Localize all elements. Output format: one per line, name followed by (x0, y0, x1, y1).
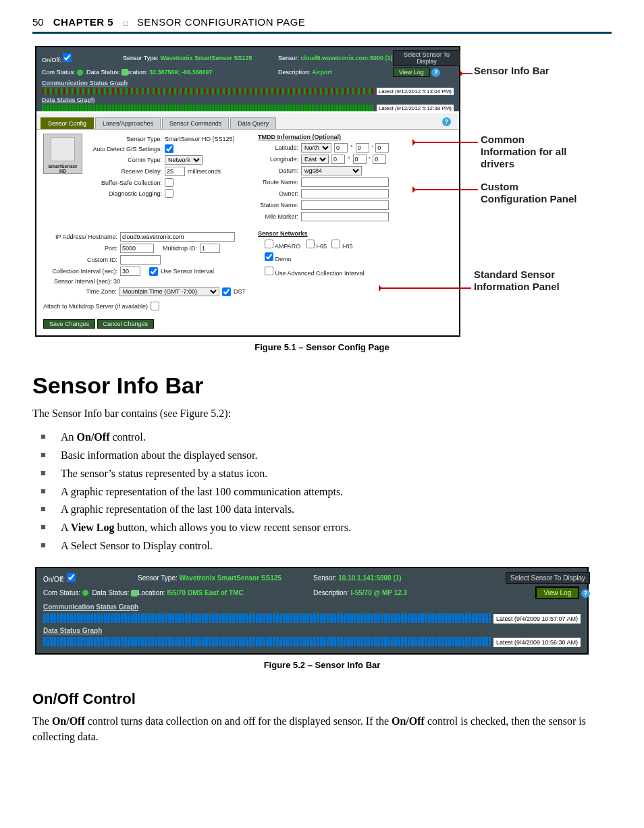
location: Location: I55/70 DMS East of TMC (138, 589, 313, 597)
network-i65-checkbox[interactable] (306, 240, 315, 248)
help-icon[interactable]: ? (581, 589, 590, 598)
list-item: A graphic representation of the last 100… (32, 501, 612, 518)
callout-custom-config: Custom Configuration Panel (481, 181, 582, 205)
intro-paragraph: The Sensor Info bar contains (see Figure… (32, 406, 612, 421)
advanced-collection-checkbox[interactable] (265, 267, 273, 275)
standard-info-panel: IP Address/ Hostname: Port: Multidrop ID… (43, 230, 246, 312)
network-i85-checkbox[interactable] (331, 240, 340, 248)
tab-bar: Sensor Config Lanes/Approaches Sensor Co… (36, 113, 459, 130)
sensor-type: Sensor Type: Wavetronix SmartSensor SS12… (123, 55, 278, 61)
port-input[interactable] (120, 244, 154, 253)
location: Location: 32.387569; -86.368697 (123, 69, 278, 76)
comm-graph-label: Communication Status Graph (42, 80, 454, 86)
network-amparo-checkbox[interactable] (265, 240, 273, 248)
data-status-icon (122, 69, 128, 76)
onoff-paragraph: The On/Off control turns data collection… (32, 713, 612, 744)
status-graphs: Communication Status Graph Latest (9/12/… (36, 78, 459, 111)
dst-checkbox[interactable] (222, 287, 231, 296)
lat-sec-input[interactable] (375, 143, 389, 153)
list-item: A View Log button, which allows you to v… (32, 520, 612, 536)
page-number: 50 (32, 16, 44, 28)
list-item: An On/Off control. (32, 429, 612, 446)
tab-query[interactable]: Data Query (230, 117, 276, 129)
network-demo-checkbox[interactable] (265, 252, 273, 261)
arrow-icon (413, 189, 478, 190)
callout-common-info: Common Information for all drivers (481, 134, 582, 170)
use-sensor-interval-checkbox[interactable] (149, 267, 158, 276)
help-icon[interactable]: ? (442, 117, 451, 126)
sensor-networks-title: Sensor Networks (258, 230, 452, 237)
view-log-button[interactable]: View Log (535, 586, 579, 599)
custom-id-input[interactable] (120, 255, 161, 265)
sensor-info-bar-panel: On/Off: Sensor Type: Wavetronix SmartSen… (35, 567, 589, 655)
data-status-graph (43, 637, 491, 646)
driver-common-panel: SmartSensor HD Sensor Type:SmartSensor H… (43, 134, 246, 223)
diagnostic-checkbox[interactable] (165, 189, 173, 198)
arrow-icon (460, 73, 473, 74)
figure-5-1-caption: Figure 5.1 – Sensor Config Page (32, 342, 612, 352)
sensor-type: Sensor Type: Wavetronix SmartSensor SS12… (138, 574, 313, 582)
select-sensor-button[interactable]: Select Sensor To Display (393, 50, 460, 66)
comm-status-graph (43, 613, 491, 623)
header-square-icon: □ (123, 19, 128, 27)
select-sensor-button[interactable]: Select Sensor To Display (506, 572, 590, 584)
ip-input[interactable] (120, 232, 235, 242)
data-graph-label: Data Status Graph (43, 627, 581, 634)
list-item: Basic information about the displayed se… (32, 447, 612, 464)
list-item: A Select Sensor to Display control. (32, 538, 612, 555)
receive-delay-input[interactable] (165, 167, 185, 176)
lat-min-input[interactable] (356, 143, 369, 153)
lat-deg-input[interactable] (334, 143, 348, 153)
save-button[interactable]: Save Changes (43, 319, 95, 329)
view-log-button[interactable]: View Log (393, 67, 430, 77)
onoff-control[interactable]: On/Off: (42, 53, 123, 63)
sensor-info-bar: On/Off: Sensor Type: Wavetronix SmartSen… (36, 47, 459, 78)
onoff-control[interactable]: On/Off: (43, 573, 138, 583)
sensor-networks-panel: Sensor Networks AMPARO I-65 I-85 Demo Us… (258, 230, 452, 312)
chapter-label: CHAPTER 5 (53, 16, 114, 28)
lon-deg-input[interactable] (331, 155, 345, 164)
data-status-graph: Latest (9/12/2012 5:12:38 PM) (42, 105, 454, 111)
running-header: 50 CHAPTER 5 □ SENSOR CONFIGURATION PAGE (32, 16, 612, 28)
buffer-safe-checkbox[interactable] (165, 178, 173, 187)
tab-commands[interactable]: Sensor Commands (162, 117, 229, 129)
mile-input[interactable] (301, 212, 389, 221)
config-body: SmartSensor HD Sensor Type:SmartSensor H… (36, 130, 459, 335)
list-item: The sensor’s status represented by a sta… (32, 466, 612, 482)
help-icon[interactable]: ? (431, 68, 440, 77)
timezone-select[interactable]: Mountain Time (GMT -7:00) (119, 287, 219, 296)
list-item: A graphic representation of the last 100… (32, 484, 612, 501)
sensor-address: Sensor: 10.10.1.141:5000 (1) (313, 574, 468, 582)
lat-dir-select[interactable]: North (301, 143, 331, 153)
data-graph-timestamp: Latest (9/4/2009 10:56:30 AM) (493, 638, 581, 647)
figure-5-1: On/Off: Sensor Type: Wavetronix SmartSen… (35, 46, 589, 337)
collection-interval-input[interactable] (120, 267, 140, 276)
callout-sensor-info-bar: Sensor Info Bar (474, 65, 549, 77)
onoff-checkbox[interactable] (63, 53, 72, 62)
section-heading-onoff: On/Off Control (32, 690, 612, 708)
datum-select[interactable]: wgs84 (301, 166, 362, 175)
chapter-title: SENSOR CONFIGURATION PAGE (137, 16, 305, 28)
com-status-icon (77, 70, 83, 76)
tab-lanes[interactable]: Lanes/Approaches (95, 117, 161, 129)
station-input[interactable] (301, 200, 389, 210)
lon-dir-select[interactable]: East (301, 155, 329, 164)
cancel-button[interactable]: Cancel Changes (97, 319, 155, 329)
lon-sec-input[interactable] (373, 155, 386, 164)
com-status-icon (82, 590, 88, 596)
route-input[interactable] (301, 177, 389, 187)
figure-5-2: On/Off: Sensor Type: Wavetronix SmartSen… (32, 567, 612, 655)
comm-type-select[interactable]: Network (165, 155, 203, 165)
data-status-icon (131, 590, 138, 597)
onoff-checkbox[interactable] (67, 573, 76, 582)
tab-sensor-config[interactable]: Sensor Config (41, 117, 94, 129)
attach-multidrop-checkbox[interactable] (151, 302, 159, 310)
multidrop-input[interactable] (200, 244, 220, 253)
owner-input[interactable] (301, 189, 389, 198)
arrow-icon (413, 142, 478, 143)
section-heading-sensor-info-bar: Sensor Info Bar (32, 372, 612, 399)
auto-detect-checkbox[interactable] (165, 144, 173, 153)
description: Description: Airport (278, 69, 393, 76)
info-bar-feature-list: An On/Off control. Basic information abo… (32, 429, 612, 555)
lon-min-input[interactable] (353, 155, 367, 164)
